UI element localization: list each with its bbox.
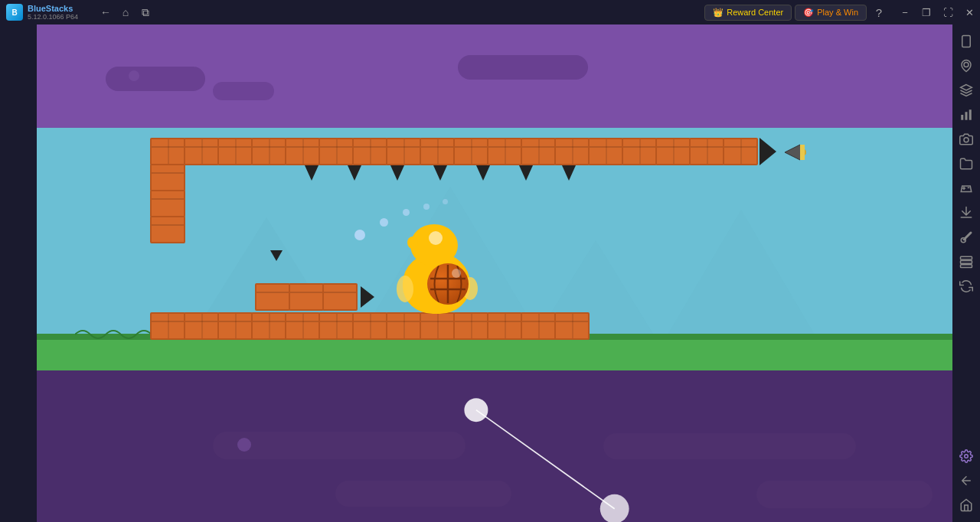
brick-bot-7: [352, 312, 387, 340]
brick: [453, 138, 488, 165]
reward-crown-icon: 👑: [713, 8, 724, 18]
sidebar-brush-icon[interactable]: [956, 227, 977, 248]
bottom-brick-row: [150, 312, 590, 340]
brick: [386, 138, 421, 165]
top-brick-row: [150, 138, 776, 165]
bluestacks-logo: B: [6, 4, 23, 21]
trail-dot-5: [443, 199, 448, 204]
svg-point-18: [464, 398, 488, 422]
mid-platform-arrow: [361, 286, 374, 308]
right-sidebar: [952, 24, 980, 522]
app-name: BlueStacks: [28, 4, 78, 13]
sidebar-stack-icon[interactable]: [956, 251, 977, 272]
help-button[interactable]: ?: [870, 3, 888, 21]
play-win-label: Play & Win: [817, 8, 858, 17]
nav-buttons: ← ⌂ ⧉: [92, 3, 159, 21]
svg-point-19: [600, 494, 629, 522]
game-container[interactable]: [0, 24, 952, 522]
app-version: 5.12.0.1066 P64: [28, 13, 78, 21]
char-side-l: [397, 276, 413, 302]
brick: [689, 138, 724, 165]
brick-bot-11: [487, 312, 522, 340]
svg-rect-4: [969, 109, 972, 120]
brick: [588, 138, 623, 165]
trail-dot-1: [354, 230, 365, 240]
multi-button[interactable]: ⧉: [136, 3, 155, 21]
brick: [318, 138, 354, 165]
spike-3: [390, 165, 404, 181]
brick: [184, 138, 219, 165]
char-shine: [429, 231, 443, 245]
brick-bot-4: [251, 312, 286, 340]
sidebar-home3-icon[interactable]: [956, 494, 977, 516]
left-brick-col: [150, 138, 185, 243]
brick: [521, 138, 556, 165]
brick-arrow-right: [760, 138, 776, 165]
sidebar-download-icon[interactable]: [956, 202, 977, 223]
close-button[interactable]: ✕: [959, 0, 980, 24]
spikes-row: [305, 165, 576, 181]
brick: [251, 138, 286, 165]
reward-center-label: Reward Center: [727, 8, 783, 17]
brick-bot-12: [521, 312, 556, 340]
char-ear: [407, 237, 418, 249]
svg-marker-15: [800, 145, 805, 160]
sidebar-phone-icon[interactable]: [956, 31, 977, 52]
basketball: [427, 263, 469, 305]
brick-mid-3: [322, 283, 358, 311]
spike-6: [519, 165, 533, 181]
svg-rect-7: [961, 261, 972, 264]
sidebar-layers-icon[interactable]: [956, 80, 977, 101]
sidebar-refresh-icon[interactable]: [956, 276, 977, 297]
brick-bot-2: [184, 312, 219, 340]
brick-left-3: [150, 216, 185, 243]
brick: [723, 138, 758, 165]
arrow-down-small: [270, 250, 283, 261]
mid-platform: [255, 283, 374, 311]
brick: [285, 138, 320, 165]
deco-platform-4: [213, 82, 274, 100]
titlebar-actions: 👑 Reward Center 🎯 Play & Win ?: [698, 3, 894, 21]
aim-line-container: [37, 370, 952, 522]
spike-7: [562, 165, 576, 181]
svg-point-9: [965, 455, 969, 458]
back-button[interactable]: ←: [96, 3, 115, 21]
spike-4: [433, 165, 447, 181]
brick: [487, 138, 522, 165]
spike-2: [348, 165, 361, 181]
deco-platform-3: [458, 55, 588, 80]
brick: [554, 138, 590, 165]
brick: [217, 138, 253, 165]
sidebar-settings-icon[interactable]: [956, 445, 977, 467]
brick: [420, 138, 455, 165]
brick-bot-13: [554, 312, 590, 340]
svg-marker-16: [805, 149, 806, 155]
trail-dot-2: [380, 218, 388, 227]
home-button[interactable]: ⌂: [116, 3, 135, 21]
sidebar-camera-icon[interactable]: [956, 129, 977, 150]
svg-rect-0: [962, 36, 971, 47]
game-bg-purple: [37, 24, 952, 128]
svg-line-17: [476, 410, 615, 509]
lower-game-area[interactable]: [37, 370, 952, 522]
maximize-button[interactable]: ⛶: [937, 0, 959, 24]
app-logo-area: B BlueStacks 5.12.0.1066 P64: [0, 4, 92, 21]
brick-bot-10: [453, 312, 488, 340]
sidebar-location-icon[interactable]: [956, 55, 977, 77]
sidebar-gamepad-icon[interactable]: [956, 178, 977, 199]
sidebar-folder-icon[interactable]: [956, 153, 977, 175]
play-win-button[interactable]: 🎯 Play & Win: [795, 5, 867, 21]
sidebar-chart-icon[interactable]: [956, 104, 977, 126]
brick-bot-8: [386, 312, 421, 340]
brick-bot-5: [285, 312, 320, 340]
minimize-button[interactable]: −: [894, 0, 916, 24]
sidebar-back2-icon[interactable]: [956, 470, 977, 491]
svg-point-5: [964, 138, 969, 142]
reward-center-button[interactable]: 👑 Reward Center: [704, 5, 792, 21]
game-viewport[interactable]: [37, 24, 952, 370]
spike-5: [476, 165, 490, 181]
play-win-icon: 🎯: [803, 8, 814, 18]
brick-bot-1: [150, 312, 185, 340]
brick-mid-1: [255, 283, 290, 311]
restore-button[interactable]: ❐: [916, 0, 937, 24]
